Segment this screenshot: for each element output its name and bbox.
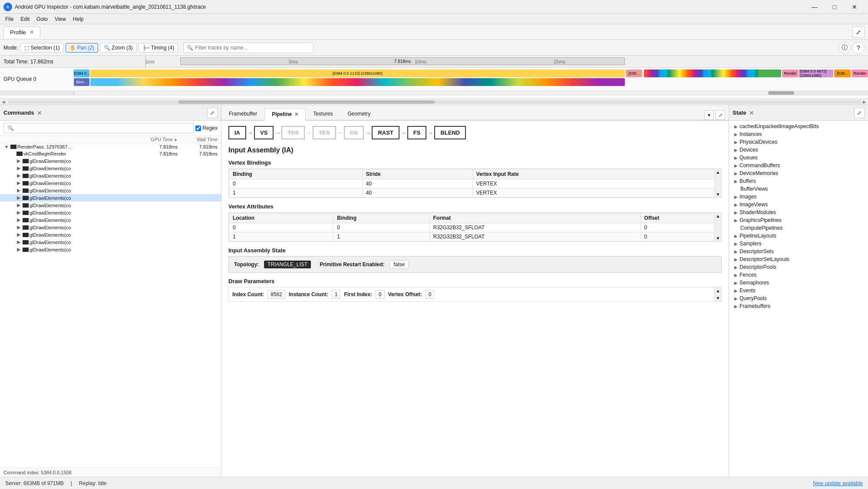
- mode-pan-button[interactable]: ✋ Pan (2): [66, 43, 98, 53]
- menu-edit[interactable]: Edit: [17, 15, 33, 23]
- list-item[interactable]: vkCmdBeginRender 7.818ms 7.818ms: [0, 150, 221, 157]
- dp-scroll-down[interactable]: ▼: [715, 295, 721, 301]
- profile-tab-close[interactable]: ✕: [30, 29, 34, 35]
- stage-tes[interactable]: TES: [313, 126, 336, 139]
- tree-item[interactable]: ▶ DescriptorPools: [729, 263, 868, 271]
- mode-selection-button[interactable]: ⬚ Selection (1): [20, 43, 63, 53]
- tabs-expand-button[interactable]: ⤢: [716, 110, 725, 120]
- info-button[interactable]: ⓘ: [838, 42, 851, 54]
- tree-item[interactable]: ▶ DescriptorSetLayouts: [729, 255, 868, 263]
- profile-tab-label: Profile: [10, 29, 26, 36]
- vb-scroll-up[interactable]: ▲: [715, 169, 721, 175]
- scroll-thumb[interactable]: [178, 100, 435, 104]
- tree-item[interactable]: ▶ Samplers: [729, 240, 868, 248]
- tab-textures[interactable]: Textures: [306, 108, 340, 120]
- profile-tab[interactable]: Profile ✕: [3, 26, 40, 38]
- list-item[interactable]: ▶ glDrawElements(co: [0, 224, 221, 231]
- list-item[interactable]: ▶ glDrawElements(co: [0, 187, 221, 194]
- draw-parameters: Draw Parameters Index Count: 8562 Instan…: [228, 278, 722, 302]
- tree-item[interactable]: ▶ Queues: [729, 154, 868, 162]
- maximize-button[interactable]: □: [825, 0, 845, 14]
- list-item[interactable]: ▶ glDrawElements(co: [0, 216, 221, 224]
- total-time-value: 17.862ms: [30, 59, 53, 65]
- menu-goto[interactable]: Goto: [33, 15, 51, 23]
- mode-timing-button[interactable]: ├─ Timing (4): [139, 43, 178, 53]
- minimize-button[interactable]: —: [805, 0, 825, 14]
- tree-item[interactable]: ▶ PhysicalDevices: [729, 138, 868, 146]
- list-item[interactable]: ▶ glDrawElements(co: [0, 157, 221, 165]
- input-assembly-state: Input Assembly State Topology: TRIANGLE_…: [228, 247, 722, 273]
- menu-help[interactable]: Help: [69, 15, 87, 23]
- commands-expand-button[interactable]: ⤢: [207, 108, 218, 118]
- stage-rast[interactable]: RAST: [372, 126, 399, 139]
- tree-item[interactable]: ▶ GraphicsPipelines: [729, 216, 868, 224]
- tab-framebuffer[interactable]: Framebuffer: [221, 108, 264, 120]
- profile-expand-button[interactable]: ⤢: [852, 26, 865, 38]
- sort-icon[interactable]: ▲: [174, 137, 178, 142]
- tree-item[interactable]: ComputePipelines: [729, 224, 868, 232]
- tab-pipeline[interactable]: Pipeline ✕: [264, 108, 306, 121]
- menu-view[interactable]: View: [51, 15, 69, 23]
- tree-item[interactable]: ▶ QueryPools: [729, 294, 868, 302]
- tree-item[interactable]: ▶ DescriptorSets: [729, 248, 868, 255]
- list-item[interactable]: ▶ glDrawElements(co: [0, 231, 221, 238]
- scroll-right-arrow[interactable]: ▶: [863, 99, 868, 104]
- list-item[interactable]: ▶ glDrawElements(co: [0, 165, 221, 172]
- tree-item[interactable]: ▶ CommandBuffers: [729, 162, 868, 169]
- tree-item[interactable]: BufferViews: [729, 185, 868, 193]
- stage-blend[interactable]: BLEND: [434, 126, 466, 139]
- pipeline-content: IA → VS → TCS → TES → GS → RAST → FS → B…: [221, 121, 729, 477]
- dp-scroll-up[interactable]: ▲: [715, 287, 721, 294]
- tree-item[interactable]: ▶ Instances: [729, 130, 868, 138]
- list-item[interactable]: ▶ glDrawElements(co: [0, 194, 221, 202]
- commands-search-input[interactable]: [3, 123, 194, 133]
- help-button[interactable]: ?: [852, 42, 865, 54]
- tree-item[interactable]: ▶ Events: [729, 287, 868, 294]
- list-item[interactable]: ▶ glDrawElements(co: [0, 209, 221, 216]
- tree-item[interactable]: ▶ Buffers: [729, 177, 868, 185]
- mode-zoom-button[interactable]: 🔍 Zoom (3): [100, 43, 137, 53]
- commands-panel-close[interactable]: ✕: [37, 109, 42, 116]
- va-scroll-up[interactable]: ▲: [715, 213, 721, 219]
- tree-item[interactable]: ▶ Fences: [729, 271, 868, 279]
- list-item[interactable]: ▶ glDrawElements(co: [0, 238, 221, 246]
- va-scroll-down[interactable]: ▼: [715, 235, 721, 241]
- track-label: GPU Queue 0: [0, 76, 74, 82]
- scroll-left-arrow[interactable]: ◀: [2, 99, 7, 104]
- tree-item[interactable]: ▶ DeviceMemories: [729, 169, 868, 177]
- stage-gs[interactable]: GS: [344, 126, 364, 139]
- tab-pipeline-close[interactable]: ✕: [294, 112, 298, 117]
- stage-fs[interactable]: FS: [407, 126, 427, 139]
- tree-item[interactable]: ▶ PipelineLayouts: [729, 232, 868, 240]
- timeline-scroll-area[interactable]: ◀ ▶: [0, 99, 868, 105]
- update-link[interactable]: New update available: [813, 480, 863, 486]
- close-button[interactable]: ✕: [845, 0, 865, 14]
- list-item[interactable]: ▶ glDrawElements(co: [0, 246, 221, 253]
- regex-checkbox[interactable]: Regex: [195, 125, 218, 131]
- timeline-scrollbar[interactable]: [768, 91, 794, 95]
- tree-item[interactable]: ▶ ImageViews: [729, 201, 868, 208]
- tab-geometry[interactable]: Geometry: [340, 108, 378, 120]
- tree-item[interactable]: ▶ Devices: [729, 146, 868, 154]
- vb-scroll-down[interactable]: ▼: [715, 191, 721, 198]
- tree-item[interactable]: ▶ Images: [729, 193, 868, 201]
- list-item[interactable]: ▶ glDrawElements(co: [0, 172, 221, 179]
- tabs-more-dropdown[interactable]: ▾: [704, 110, 714, 120]
- menu-file[interactable]: File: [2, 15, 17, 23]
- list-item[interactable]: ▶ glDrawElements(co: [0, 179, 221, 187]
- list-item[interactable]: ▶ glDrawElements(co: [0, 202, 221, 209]
- tree-item[interactable]: ▶ cachedUnpackedImageAspectBits: [729, 122, 868, 130]
- commands-panel-status: Command index: 5384.0.0.1508: [0, 467, 221, 477]
- tree-item[interactable]: ▶ Framebuffers: [729, 302, 868, 310]
- stage-tcs[interactable]: TCS: [281, 126, 305, 139]
- center-panel: Framebuffer Pipeline ✕ Textures Geometry…: [221, 105, 729, 477]
- state-expand-button[interactable]: ⤢: [854, 108, 865, 118]
- filter-input[interactable]: [183, 43, 314, 53]
- list-item[interactable]: ▼ RenderPass: 12970367... 7.818ms 7.818m…: [0, 143, 221, 150]
- tree-item[interactable]: ▶ ShaderModules: [729, 208, 868, 216]
- stage-vs[interactable]: VS: [254, 126, 274, 139]
- state-panel-close[interactable]: ✕: [749, 109, 754, 116]
- stage-ia[interactable]: IA: [228, 126, 246, 139]
- tree-item[interactable]: ▶ Semaphores: [729, 279, 868, 287]
- track-content[interactable]: [5384 0... [5384 0 0 1110] (2280x1080) […: [74, 68, 868, 90]
